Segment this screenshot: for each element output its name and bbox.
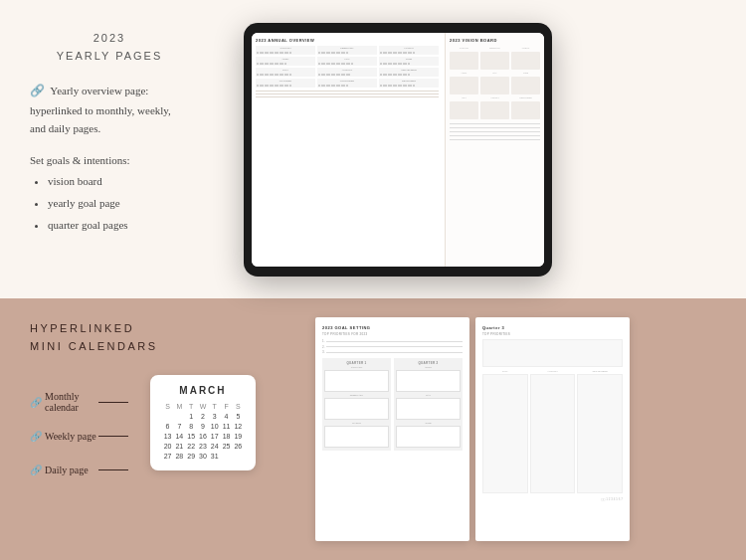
connector-line-monthly xyxy=(98,402,128,403)
quarter3-month-labels: JULY AUGUST SEPTEMBER xyxy=(482,370,623,373)
priorities-list: 1. 2. 3. xyxy=(322,339,463,354)
vision-board-page: 2023 VISION BOARD JANUARY FEBRUARY MARCH… xyxy=(445,33,544,267)
overview-desc: 🔗 Yearly overview page: hyperlinked to m… xyxy=(30,81,189,138)
cal-mar: MARCH xyxy=(379,46,439,55)
cal-oct: OCTOBER xyxy=(256,79,315,88)
monthly-link-label: 🔗 Monthlycalendar xyxy=(30,385,96,419)
quarter3-priorities-area xyxy=(482,339,623,367)
weekly-link-label: 🔗 Weekly page xyxy=(30,419,96,453)
cal-nov: NOVEMBER xyxy=(317,79,377,88)
cal-may: MAY xyxy=(317,57,377,66)
vb-months-row2: APRIL MAY JUNE xyxy=(450,72,540,74)
goals-title: Set goals & intentions: xyxy=(30,154,189,166)
list-item: 3. xyxy=(322,350,463,354)
vb-boxes-row1 xyxy=(450,52,540,70)
quarters-grid: QUARTER 1 JANUARY FEBRUARY MARCH QUARTER… xyxy=(322,358,463,451)
vision-board-header: 2023 VISION BOARD xyxy=(450,38,540,43)
link-labels: 🔗 Monthlycalendar 🔗 Weekly page 🔗 Daily … xyxy=(30,371,96,486)
cal-aug: AUGUST xyxy=(317,68,377,77)
cal-jul: JULY xyxy=(256,68,315,77)
quarter1-block: QUARTER 1 JANUARY FEBRUARY MARCH xyxy=(322,358,391,451)
vb-months-top: JANUARY FEBRUARY MARCH xyxy=(450,47,540,49)
document-previews: 2023 GOAL SETTING TOP PRIORITIES FOR 202… xyxy=(229,298,716,560)
connector-area xyxy=(98,371,128,486)
mini-cal-with-links: 🔗 Monthlycalendar 🔗 Weekly page 🔗 Daily … xyxy=(30,371,209,486)
top-right-panel xyxy=(587,0,746,298)
section-title: YEARLY PAGES xyxy=(57,50,163,62)
quarter3-doc: Quarter 3 TOP PRIORITIES JULY AUGUST SEP… xyxy=(475,317,630,541)
annual-overview-page: 2023 ANNUAL OVERVIEW JANUARY FEBRUARY xyxy=(252,33,443,267)
link-icon-1: 🔗 xyxy=(30,84,45,97)
cal-apr: APRIL xyxy=(256,57,315,66)
connector-line-weekly xyxy=(98,436,128,437)
july-box xyxy=(482,374,528,493)
link-icon-weekly: 🔗 xyxy=(30,431,42,442)
list-item: 2. xyxy=(322,345,463,349)
goal-setting-doc: 2023 GOAL SETTING TOP PRIORITIES FOR 202… xyxy=(315,317,469,541)
hyperlinked-title: HYPERLINKEDMINI CALENDARS xyxy=(30,320,209,355)
vb-months-row3: JULY AUGUST SEPTEMBER xyxy=(450,96,540,98)
connector-line-daily xyxy=(98,469,128,470)
annual-cal-grid: JANUARY FEBRUARY MARCH xyxy=(256,46,439,88)
cal-feb: FEBRUARY xyxy=(317,46,377,55)
august-box xyxy=(530,374,576,493)
goals-section: Set goals & intentions: vision board yea… xyxy=(30,154,189,236)
tablet-screen: 2023 ANNUAL OVERVIEW JANUARY FEBRUARY xyxy=(252,33,544,267)
cal-dec: DECEMBER xyxy=(379,79,439,88)
goal-item-3: quarter goal pages xyxy=(48,214,189,236)
list-item: 1. xyxy=(322,339,463,343)
page-numbers-bar: ◻ ◻ 1 2 3 4 5 6 7 xyxy=(482,497,623,501)
cal-sep: SEPTEMBER xyxy=(379,68,439,77)
link-icon-monthly: 🔗 xyxy=(30,397,42,408)
goal-setting-header: 2023 GOAL SETTING xyxy=(322,325,463,330)
priorities-header: TOP PRIORITIES FOR 2023 xyxy=(322,332,463,336)
year-label: 2023 xyxy=(93,32,125,44)
annual-overview-header: 2023 ANNUAL OVERVIEW xyxy=(256,38,439,43)
quarter3-month-boxes xyxy=(482,374,623,493)
vb-lined-area xyxy=(450,123,540,140)
tablet-ruled-lines xyxy=(256,91,439,97)
vb-boxes-row2 xyxy=(450,77,540,94)
cal-jan: JANUARY xyxy=(256,46,315,55)
daily-link-label: 🔗 Daily page xyxy=(30,453,96,486)
quarter3-header: Quarter 3 xyxy=(482,325,623,330)
quarter2-block: QUARTER 2 APRIL MAY JUNE xyxy=(394,358,463,451)
yearly-pages-title: 2023 YEARLY PAGES xyxy=(30,30,189,65)
cal-jun: JUNE xyxy=(379,57,439,66)
goal-item-1: vision board xyxy=(48,170,189,192)
link-icon-daily: 🔗 xyxy=(30,465,42,475)
september-box xyxy=(577,374,623,493)
bottom-left-panel: HYPERLINKEDMINI CALENDARS 🔗 Monthlycalen… xyxy=(0,298,229,560)
top-left-panel: 2023 YEARLY PAGES 🔗 Yearly overview page… xyxy=(0,0,209,298)
quarter3-priorities-sub: TOP PRIORITIES xyxy=(482,332,623,336)
goal-item-2: yearly goal page xyxy=(48,192,189,214)
tablet-frame: 2023 ANNUAL OVERVIEW JANUARY FEBRUARY xyxy=(244,23,552,277)
tablet-area: 2023 ANNUAL OVERVIEW JANUARY FEBRUARY xyxy=(209,0,587,298)
bottom-right-spacer xyxy=(716,298,746,560)
goals-list: vision board yearly goal page quarter go… xyxy=(30,170,189,236)
vb-boxes-row3 xyxy=(450,101,540,119)
